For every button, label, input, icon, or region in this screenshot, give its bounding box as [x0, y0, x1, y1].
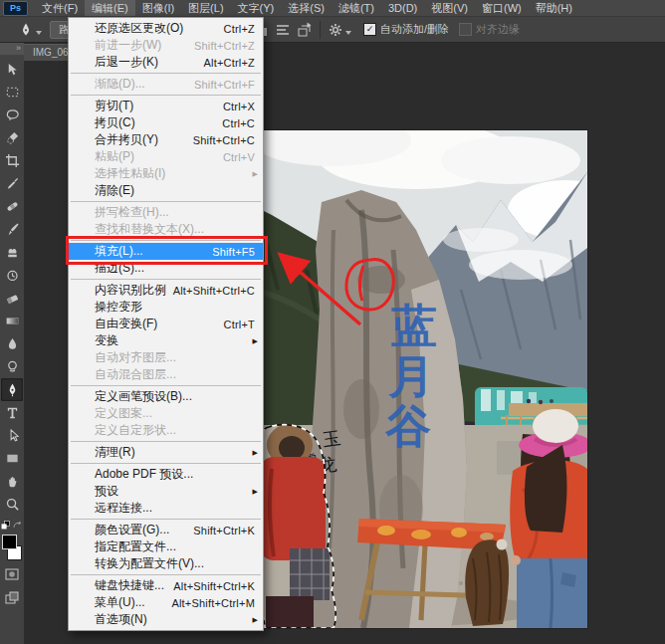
crop-tool[interactable]: [1, 149, 23, 172]
path-alignment-icon[interactable]: [275, 22, 291, 38]
menu-item[interactable]: 清除(E): [69, 182, 263, 199]
menu-item[interactable]: 颜色设置(G)...Shift+Ctrl+K: [69, 522, 263, 538]
auto-add-delete-checkbox[interactable]: ✓ 自动添加/删除: [363, 22, 449, 37]
menu-item[interactable]: 首选项(N)▶: [69, 611, 263, 628]
menu-item: 前进一步(W)Shift+Ctrl+Z: [69, 37, 263, 54]
zoom-tool[interactable]: [1, 493, 23, 516]
screen-mode-icon[interactable]: [4, 590, 20, 606]
path-arrangement-icon[interactable]: [297, 22, 313, 38]
menu-item[interactable]: 描边(S)...: [69, 260, 263, 277]
photoshop-canvas[interactable]: 蓝 月 谷 玉 龙 雪 山: [212, 130, 587, 628]
tool-list: [1, 58, 23, 516]
menu-item[interactable]: 转换为配置文件(V)...: [69, 555, 263, 572]
pen-tool-icon[interactable]: [18, 22, 34, 38]
checkbox-unchecked-icon: [459, 23, 472, 36]
menu-item[interactable]: 菜单(U)...Alt+Shift+Ctrl+M: [69, 594, 263, 611]
menu-item-shortcut: Ctrl+T: [224, 319, 255, 330]
swap-colors-icon[interactable]: [12, 521, 23, 530]
stone-text-blue-char: 月: [387, 349, 434, 403]
menu-item: 渐隐(D)...Shift+Ctrl+F: [69, 76, 263, 93]
menu-item: 自动混合图层...: [69, 366, 263, 383]
menu-separator: [71, 279, 261, 280]
menu-item[interactable]: 变换▶: [69, 332, 263, 349]
menu-item[interactable]: 拷贝(C)Ctrl+C: [69, 114, 263, 131]
menubar-item[interactable]: 编辑(E): [85, 0, 135, 16]
menu-item[interactable]: 远程连接...: [69, 500, 263, 517]
menu-item[interactable]: 清理(R)▶: [69, 444, 263, 461]
menu-separator: [71, 201, 261, 202]
menu-item[interactable]: 内容识别比例Alt+Shift+Ctrl+C: [69, 282, 263, 299]
collapse-panel-icon[interactable]: »: [0, 43, 24, 55]
history-brush-tool[interactable]: [1, 264, 23, 287]
color-swatches: [1, 535, 23, 560]
menu-item-shortcut: Ctrl+Z: [224, 23, 255, 35]
menu-item[interactable]: 键盘快捷键...Alt+Shift+Ctrl+K: [69, 577, 263, 594]
menubar-item[interactable]: 3D(D): [381, 0, 424, 16]
quick-select-tool[interactable]: [1, 126, 23, 149]
quick-select-tool-icon: [5, 130, 20, 145]
menu-item-label: 描边(S)...: [95, 260, 144, 277]
healing-brush-tool-icon: [5, 199, 20, 214]
type-tool[interactable]: [1, 401, 23, 424]
marquee-tool[interactable]: [1, 81, 23, 104]
woman: [510, 409, 587, 628]
menu-item[interactable]: 还原选区更改(O)Ctrl+Z: [69, 20, 263, 37]
menu-item-label: 变换: [95, 332, 118, 349]
menu-item[interactable]: Adobe PDF 预设...: [69, 466, 263, 483]
menu-item[interactable]: 定义画笔预设(B)...: [69, 388, 263, 405]
menu-item[interactable]: 填充(L)...Shift+F5: [69, 243, 263, 260]
clone-stamp-tool[interactable]: [1, 241, 23, 264]
healing-brush-tool[interactable]: [1, 195, 23, 218]
menu-item[interactable]: 剪切(T)Ctrl+X: [69, 98, 263, 114]
menu-item[interactable]: 操控变形: [69, 299, 263, 316]
menu-item: 自动对齐图层...: [69, 349, 263, 366]
menu-item-label: 操控变形: [95, 299, 142, 316]
default-colors-icon[interactable]: [1, 521, 10, 530]
menubar-item[interactable]: 窗口(W): [475, 0, 529, 16]
gradient-tool[interactable]: [1, 310, 23, 332]
submenu-arrow-icon: ▶: [253, 488, 258, 496]
menubar-item[interactable]: 图层(L): [181, 0, 230, 16]
menubar-item[interactable]: 文件(F): [35, 0, 85, 16]
menu-item-label: 还原选区更改(O): [95, 20, 183, 37]
eyedropper-tool[interactable]: [1, 172, 23, 195]
zoom-tool-icon: [5, 497, 20, 512]
pen-tool[interactable]: [1, 378, 23, 401]
hand-tool[interactable]: [1, 470, 23, 493]
brush-tool[interactable]: [1, 218, 23, 241]
submenu-arrow-icon: ▶: [253, 449, 258, 457]
move-tool[interactable]: [1, 58, 23, 81]
menu-item-shortcut: Shift+Ctrl+Z: [194, 40, 255, 52]
foreground-color-swatch[interactable]: [2, 535, 17, 549]
menubar-item[interactable]: 视图(V): [424, 0, 475, 16]
shape-tool[interactable]: [1, 447, 23, 470]
menu-item[interactable]: 后退一步(K)Alt+Ctrl+Z: [69, 54, 263, 71]
menu-item-label: 清除(E): [95, 182, 134, 199]
gear-caret-icon[interactable]: [345, 31, 351, 35]
menubar-item[interactable]: 帮助(H): [529, 0, 579, 16]
menu-item[interactable]: 合并拷贝(Y)Shift+Ctrl+C: [69, 131, 263, 148]
direct-select-tool[interactable]: [1, 424, 23, 447]
menu-item[interactable]: 自由变换(F)Ctrl+T: [69, 316, 263, 332]
gear-icon[interactable]: [328, 22, 343, 38]
menu-separator: [71, 73, 261, 74]
move-tool-icon: [5, 62, 20, 77]
menubar-item[interactable]: 图像(I): [135, 0, 181, 16]
align-edges-checkbox[interactable]: 对齐边缘: [459, 22, 520, 37]
quick-mask-icon[interactable]: [4, 566, 20, 582]
menubar-item[interactable]: 文字(Y): [231, 0, 282, 16]
blur-tool[interactable]: [1, 332, 23, 355]
eraser-tool[interactable]: [1, 287, 23, 310]
submenu-arrow-icon: ▶: [253, 170, 258, 178]
dodge-tool[interactable]: [1, 355, 23, 378]
menu-separator: [71, 519, 261, 520]
menubar-item[interactable]: 选择(S): [281, 0, 332, 16]
lasso-tool[interactable]: [1, 104, 23, 126]
menu-item[interactable]: 预设▶: [69, 483, 263, 500]
menubar-item[interactable]: 滤镜(T): [332, 0, 381, 16]
gradient-tool-icon: [5, 314, 20, 328]
marquee-tool-icon: [5, 85, 20, 100]
tool-preset-caret-icon[interactable]: [36, 31, 42, 35]
menu-item-shortcut: Alt+Shift+Ctrl+M: [171, 597, 255, 609]
menu-item[interactable]: 指定配置文件...: [69, 538, 263, 555]
